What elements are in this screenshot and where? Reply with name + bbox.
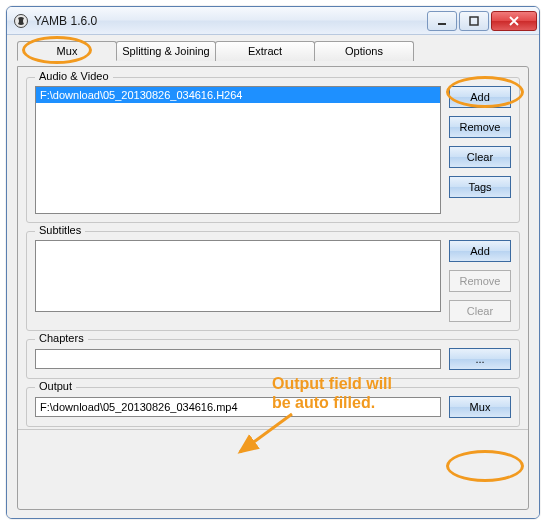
sub-add-button[interactable]: Add [449,240,511,262]
av-remove-button[interactable]: Remove [449,116,511,138]
tab-options[interactable]: Options [314,41,414,61]
status-bar [18,429,528,447]
tab-splitting-joining[interactable]: Splitting & Joining [116,41,216,61]
subtitles-file-list[interactable] [35,240,441,312]
window-title: YAMB 1.6.0 [34,14,425,28]
av-file-list[interactable]: F:\download\05_20130826_034616.H264 [35,86,441,214]
maximize-button[interactable] [459,11,489,31]
group-label-output: Output [35,380,76,392]
sub-clear-button: Clear [449,300,511,322]
av-tags-button[interactable]: Tags [449,176,511,198]
chapters-input[interactable] [35,349,441,369]
title-bar: YAMB 1.6.0 [7,7,539,35]
group-label-av: Audio & Video [35,70,113,82]
sub-remove-button: Remove [449,270,511,292]
group-output: Output Mux [26,387,520,427]
tab-bar: Mux Splitting & Joining Extract Options [17,41,529,61]
tab-extract[interactable]: Extract [215,41,315,61]
tab-mux[interactable]: Mux [17,41,117,61]
group-audio-video: Audio & Video F:\download\05_20130826_03… [26,77,520,223]
svg-rect-1 [438,23,446,25]
svg-rect-2 [470,17,478,25]
close-button[interactable] [491,11,537,31]
list-item[interactable]: F:\download\05_20130826_034616.H264 [36,87,440,103]
mux-button[interactable]: Mux [449,396,511,418]
av-clear-button[interactable]: Clear [449,146,511,168]
app-icon [13,13,29,29]
group-subtitles: Subtitles Add Remove Clear [26,231,520,331]
av-add-button[interactable]: Add [449,86,511,108]
output-input[interactable] [35,397,441,417]
window-content: Mux Splitting & Joining Extract Options … [7,35,539,518]
group-label-subtitles: Subtitles [35,224,85,236]
app-window: YAMB 1.6.0 Mux Splitting & Joining Extra… [6,6,540,519]
minimize-button[interactable] [427,11,457,31]
group-label-chapters: Chapters [35,332,88,344]
group-chapters: Chapters ... [26,339,520,379]
chapters-browse-button[interactable]: ... [449,348,511,370]
tab-panel-mux: Audio & Video F:\download\05_20130826_03… [17,66,529,510]
window-controls [425,11,537,31]
